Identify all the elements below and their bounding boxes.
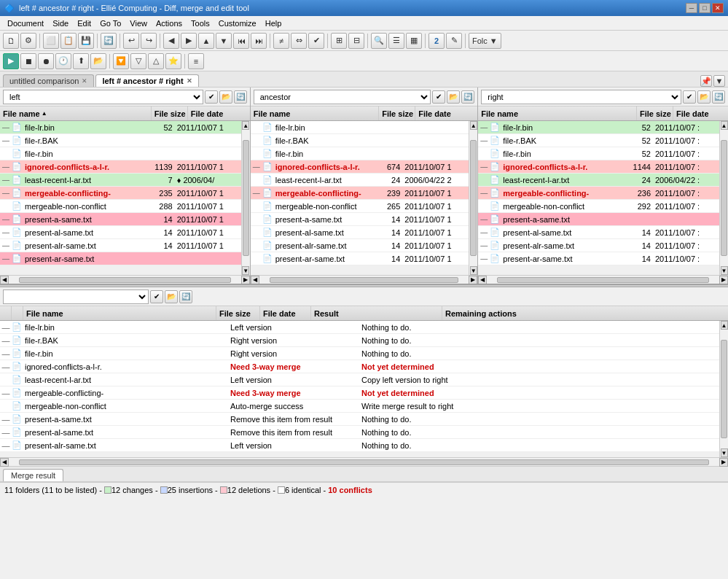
right-col-size[interactable]: File size [637, 106, 673, 120]
nav-prev-btn[interactable]: ◀ [163, 33, 179, 49]
right-col-date[interactable]: File date [673, 106, 728, 120]
expand-btn[interactable]: ⊞ [331, 33, 347, 49]
result-col-date[interactable]: File date [260, 306, 311, 320]
result-scroll-down[interactable]: ▼ [721, 448, 728, 457]
result-row-5[interactable]: — 📄 mergeable-conflicting- Need 3-way me… [0, 386, 719, 400]
left-row-6[interactable]: 📄 mergeable-non-conflict 288 2011/10/07 … [0, 200, 241, 213]
right-row-8[interactable]: — 📄 present-al-same.txt 14 2011/10/07 : [478, 226, 719, 239]
right-row-9[interactable]: — 📄 present-alr-same.txt 14 2011/10/07 : [478, 239, 719, 252]
right-row-5[interactable]: — 📄 mergeable-conflicting- 236 2011/10/0… [478, 187, 719, 200]
diff-btn[interactable]: ≠ [273, 33, 289, 49]
right-row-3[interactable]: — 📄 ignored-conflicts-a-l-r. 1144 2011/1… [478, 160, 719, 174]
result-col-result[interactable]: Result [311, 306, 442, 320]
left-vscroll[interactable]: ▲ ▼ [241, 121, 250, 275]
result-col-actions[interactable]: Remaining actions [442, 306, 728, 320]
left-dropdown[interactable]: left [3, 90, 203, 104]
ancestor-open-btn[interactable]: 📂 [447, 90, 460, 104]
right-row-2[interactable]: 📄 file-r.bin 52 2011/10/07 : [478, 147, 719, 160]
right-row-6[interactable]: 📄 mergeable-non-conflict 292 2011/10/07 … [478, 200, 719, 213]
anc-row-6[interactable]: 📄 mergeable-non-conflict 265 2011/10/07 … [251, 200, 469, 213]
collapse-btn[interactable]: ⊟ [348, 33, 364, 49]
script-btn[interactable]: ≡ [188, 53, 204, 69]
two-btn[interactable]: 2 [428, 33, 445, 49]
result-row-7[interactable]: — 📄 present-a-same.txt Remove this item … [0, 413, 719, 426]
left-scroll-up[interactable]: ▲ [242, 121, 249, 130]
menu-goto[interactable]: Go To [95, 18, 125, 29]
right-scroll-down[interactable]: ▼ [721, 266, 728, 275]
anc-hscroll-left[interactable]: ◀ [251, 276, 259, 284]
menu-actions[interactable]: Actions [152, 18, 187, 29]
paste-btn[interactable]: 📋 [60, 33, 77, 49]
result-col-size[interactable]: File size [216, 306, 260, 320]
result-row-8[interactable]: — 📄 present-al-same.txt Remove this item… [0, 426, 719, 439]
refresh-btn[interactable]: 🔄 [101, 33, 117, 49]
play-btn[interactable]: ▶ [3, 53, 19, 69]
anc-row-0[interactable]: 📄 file-lr.bin [251, 121, 469, 134]
stop-btn[interactable]: ⏹ [20, 53, 36, 69]
save-btn[interactable]: 💾 [78, 33, 94, 49]
merge-btn[interactable]: ⇔ [291, 33, 307, 49]
anc-row-9[interactable]: 📄 present-alr-same.txt 14 2011/10/07 1 [251, 239, 469, 252]
tab-untitled-close[interactable]: ✕ [82, 77, 87, 85]
apply-btn[interactable]: ✔ [308, 33, 324, 49]
anc-row-3[interactable]: — 📄 ignored-conflicts-a-l-r. 674 2011/10… [251, 160, 469, 174]
clock-btn[interactable]: 🕐 [55, 53, 71, 69]
anc-row-2[interactable]: 📄 file-r.bin [251, 147, 469, 160]
anc-row-4[interactable]: 📄 least-recent-l-ar.txt 24 2006/04/22 2 [251, 174, 469, 187]
left-row-2[interactable]: 📄 file-r.bin [0, 147, 241, 160]
maximize-button[interactable]: □ [699, 3, 711, 13]
funnel-btn[interactable]: ▽ [130, 53, 146, 69]
tab-pin-btn[interactable]: 📌 [700, 75, 712, 87]
left-row-3[interactable]: — 📄 ignored-conflicts-a-l-r. 1139 2011/1… [0, 160, 241, 174]
left-row-5[interactable]: — 📄 mergeable-conflicting- 235 2011/10/0… [0, 187, 241, 200]
left-row-10[interactable]: — 📄 present-ar-same.txt [0, 252, 241, 265]
right-dropdown[interactable]: right [481, 90, 681, 104]
right-hscroll[interactable]: ◀ ▶ [478, 275, 728, 284]
ancestor-col-date[interactable]: File date [415, 106, 477, 120]
result-dropdown[interactable] [3, 290, 149, 304]
result-vscroll[interactable]: ▲ ▼ [719, 321, 728, 457]
right-scroll-thumb[interactable] [721, 140, 727, 256]
result-row-3[interactable]: — 📄 ignored-conflicts-a-l-r. Need 3-way … [0, 360, 719, 373]
anc-hscroll-right[interactable]: ▶ [469, 276, 477, 284]
left-row-1[interactable]: — 📄 file-r.BAK [0, 134, 241, 147]
right-row-0[interactable]: — 📄 file-lr.bin 52 2011/10/07 : [478, 121, 719, 134]
result-row-2[interactable]: — 📄 file-r.bin Right version Nothing to … [0, 347, 719, 360]
left-hscroll-thumb[interactable] [19, 277, 231, 283]
right-col-filename[interactable]: File name [478, 106, 637, 120]
menu-customize[interactable]: Customize [214, 18, 261, 29]
redo-btn[interactable]: ↪ [141, 33, 157, 49]
ancestor-refresh-btn[interactable]: 🔄 [461, 90, 474, 104]
right-refresh-btn[interactable]: 🔄 [712, 90, 725, 104]
nav-last-btn[interactable]: ⏭ [251, 33, 267, 49]
result-refresh-btn[interactable]: 🔄 [179, 290, 192, 303]
nav-down-btn[interactable]: ▼ [216, 33, 232, 49]
result-hscroll-left[interactable]: ◀ [0, 458, 9, 467]
rec-btn[interactable]: ⏺ [38, 53, 54, 69]
anc-row-1[interactable]: 📄 file-r.BAK [251, 134, 469, 147]
tab-menu-btn[interactable]: ▼ [713, 75, 725, 87]
tab-untitled[interactable]: untitled comparison ✕ [3, 74, 94, 87]
ancestor-col-size[interactable]: File size [379, 106, 415, 120]
right-row-4[interactable]: 📄 least-recent-l-ar.txt 24 2006/04/22 : [478, 174, 719, 187]
left-row-0[interactable]: — 📄 file-lr.bin 52 2011/10/07 1 [0, 121, 241, 134]
menu-view[interactable]: View [125, 18, 152, 29]
nav-next-btn[interactable]: ▶ [181, 33, 197, 49]
result-row-1[interactable]: — 📄 file-r.BAK Right version Nothing to … [0, 334, 719, 347]
ancestor-dropdown[interactable]: ancestor [254, 90, 431, 104]
result-row-0[interactable]: — 📄 file-lr.bin Left version Nothing to … [0, 321, 719, 334]
menu-tools[interactable]: Tools [187, 18, 214, 29]
right-row-7[interactable]: — 📄 present-a-same.txt [478, 213, 719, 226]
right-open-btn[interactable]: 📂 [697, 90, 711, 104]
pane-btn[interactable]: ▦ [406, 33, 422, 49]
fold-btn[interactable]: Folc ▼ [469, 33, 501, 49]
left-open-btn[interactable]: 📂 [219, 90, 232, 104]
right-row-1[interactable]: — 📄 file-r.BAK 52 2011/10/07 : [478, 134, 719, 147]
left-hscroll-left[interactable]: ◀ [0, 276, 9, 284]
right-hscroll-right[interactable]: ▶ [719, 276, 728, 284]
anc-vscroll[interactable]: ▲ ▼ [469, 121, 477, 275]
left-scroll-thumb[interactable] [243, 140, 249, 256]
close-button[interactable]: ✕ [712, 3, 724, 13]
funnel2-btn[interactable]: △ [148, 53, 164, 69]
result-open-btn[interactable]: 📂 [165, 290, 178, 303]
